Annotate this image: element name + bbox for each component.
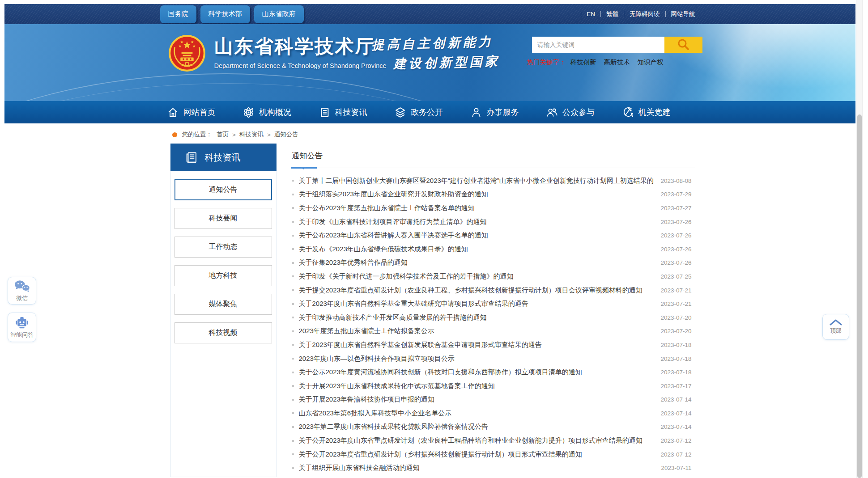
notice-date: 2023-07-18	[660, 342, 691, 348]
notice-row[interactable]: 关于2023年度山东省自然科学基金重大基础研究申请项目形式审查结果的通告 202…	[291, 297, 695, 311]
notice-title[interactable]: 关于提交2023年度省重点研发计划（农业良种工程、乡村振兴科技创新提振行动计划）…	[299, 286, 655, 295]
notice-row[interactable]: 2023年度山东—以色列科技合作项目拟立项项目公示 2023-07-18	[291, 352, 695, 366]
hot-keyword-innovation[interactable]: 科技创新	[570, 58, 596, 67]
notice-row[interactable]: 关于提交2023年度省重点研发计划（农业良种工程、乡村振兴科技创新提振行动计划）…	[291, 283, 695, 297]
sidebar-menu-item[interactable]: 通知公告	[174, 179, 272, 200]
nav-item-services[interactable]: 办事服务	[470, 106, 519, 118]
notice-row[interactable]: 2023年第二季度山东省科技成果转化贷款风险补偿备案情况公告 2023-07-1…	[291, 420, 695, 434]
slogan-line-2: 建设创新型国家	[393, 53, 500, 72]
nav-item-home[interactable]: 网站首页	[167, 106, 216, 118]
sidebar-menu-item[interactable]: 科技视频	[174, 322, 272, 343]
notice-title[interactable]: 关于公开2023年度省重点研发计划（乡村振兴科技创新提振行动计划）项目形式审查结…	[299, 450, 655, 459]
notice-title[interactable]: 关于组织开展山东省科技金融活动的通知	[299, 464, 655, 472]
notice-title[interactable]: 关于印发《关于新时代进一步加强科学技术普及工作的若干措施》的通知	[299, 272, 655, 281]
notice-title[interactable]: 关于公示2023年度黄河流域协同科技创新（科技对口支援和东西部协作）拟立项项目清…	[299, 368, 655, 376]
sidebar-menu-item[interactable]: 地方科技	[174, 265, 272, 286]
notice-row[interactable]: 关于公布2023年度第五批山东省院士工作站备案名单的通知 2023-07-27	[291, 201, 695, 215]
link-english[interactable]: EN	[587, 11, 595, 17]
notice-row[interactable]: 关于组织开展山东省科技金融活动的通知 2023-07-11	[291, 461, 695, 475]
notice-title[interactable]: 关于征集2023年优秀科普作品的通知	[299, 258, 655, 267]
back-to-top-button[interactable]: 顶部	[822, 314, 849, 340]
link-accessibility[interactable]: 无障碍阅读	[630, 10, 660, 18]
bullet-icon	[292, 412, 294, 414]
link-traditional-chinese[interactable]: 繁體	[606, 10, 618, 18]
notice-title[interactable]: 2023年度第五批山东省院士工作站拟备案公示	[299, 327, 655, 335]
sidebar-header: 科技资讯	[170, 144, 277, 171]
notice-row[interactable]: 关于印发推动高新技术产业开发区高质量发展的若干措施的通知 2023-07-20	[291, 311, 695, 325]
notice-row[interactable]: 关于发布《2023年山东省绿色低碳技术成果目录》的通知 2023-07-26	[291, 242, 695, 256]
bullet-icon	[292, 467, 294, 469]
notice-row[interactable]: 关于征集2023年优秀科普作品的通知 2023-07-26	[291, 256, 695, 270]
nav-item-party[interactable]: 机关党建	[622, 106, 671, 118]
notice-title[interactable]: 关于第十二届中国创新创业大赛山东赛区暨2023年“建行创业者港湾”山东省中小微企…	[299, 177, 655, 185]
notice-row[interactable]: 2023年度第五批山东省院士工作站拟备案公示 2023-07-20	[291, 325, 695, 338]
back-to-top-label: 顶部	[830, 327, 842, 335]
notice-row[interactable]: 山东省2023年第6批拟入库科技型中小企业名单公示 2023-07-14	[291, 406, 695, 420]
notice-row[interactable]: 关于开展2023年鲁渝科技协作项目申报的通知 2023-07-14	[291, 393, 695, 407]
hot-keyword-ip[interactable]: 知识产权	[638, 58, 664, 67]
search-button[interactable]	[664, 37, 702, 53]
bullet-icon	[292, 399, 294, 401]
national-emblem-icon	[169, 35, 205, 72]
gov-site-button-shandong-gov[interactable]: 山东省政府	[254, 5, 304, 23]
breadcrumb-separator: >	[267, 131, 271, 138]
smart-qa-float-button[interactable]: 智能问答	[8, 313, 36, 342]
search-input[interactable]	[532, 37, 664, 53]
scrollbar-thumb[interactable]	[857, 114, 862, 478]
notice-title[interactable]: 关于印发推动高新技术产业开发区高质量发展的若干措施的通知	[299, 313, 655, 322]
notice-list: 关于第十二届中国创新创业大赛山东赛区暨2023年“建行创业者港湾”山东省中小微企…	[291, 174, 695, 475]
notice-row[interactable]: 关于公开2023年度省重点研发计划（乡村振兴科技创新提振行动计划）项目形式审查结…	[291, 448, 695, 461]
notice-date: 2023-07-26	[660, 219, 691, 225]
notice-title[interactable]: 关于公开2023年度山东省重点研发计划（农业良种工程品种培育和种业企业创新能力提…	[299, 436, 655, 445]
sidebar-menu-item-label: 地方科技	[209, 271, 238, 280]
notice-title[interactable]: 关于2023年度山东省自然科学基金创新发展联合基金申请项目形式审查结果的通告	[299, 341, 655, 349]
nav-item-news[interactable]: 科技资讯	[319, 106, 367, 118]
gov-site-button-state-council[interactable]: 国务院	[160, 5, 196, 23]
notice-title[interactable]: 关于公布2023年度第五批山东省院士工作站备案名单的通知	[299, 204, 655, 212]
notice-date: 2023-07-26	[660, 246, 691, 253]
notice-title[interactable]: 山东省2023年第6批拟入库科技型中小企业名单公示	[299, 409, 655, 418]
nav-item-gov-affairs[interactable]: 政务公开	[394, 106, 443, 118]
scrollbar-track[interactable]	[856, 0, 863, 478]
divider	[581, 11, 581, 17]
notice-date: 2023-07-18	[660, 369, 691, 376]
notice-title[interactable]: 关于开展2023年鲁渝科技协作项目申报的通知	[299, 395, 655, 404]
notice-title[interactable]: 关于开展2023年山东省科技成果转化中试示范基地备案工作的通知	[299, 382, 655, 390]
gov-site-button-most[interactable]: 科学技术部	[200, 5, 250, 23]
notice-title[interactable]: 关于组织落实2023年度山东省企业研究开发财政补助资金的通知	[299, 190, 655, 199]
divider	[665, 11, 666, 17]
breadcrumb-news[interactable]: 科技资讯	[239, 131, 264, 139]
notice-row[interactable]: 关于第十二届中国创新创业大赛山东赛区暨2023年“建行创业者港湾”山东省中小微企…	[291, 174, 695, 188]
notice-date: 2023-07-20	[660, 328, 691, 334]
sidebar-menu-item[interactable]: 工作动态	[174, 237, 272, 258]
header-banner: 山东省科学技术厅 Department of Science & Technol…	[4, 24, 855, 101]
notice-title[interactable]: 2023年第二季度山东省科技成果转化贷款风险补偿备案情况公告	[299, 423, 655, 431]
notice-row[interactable]: 关于2023年度山东省自然科学基金创新发展联合基金申请项目形式审查结果的通告 2…	[291, 338, 695, 352]
notice-title[interactable]: 关于2023年度山东省自然科学基金重大基础研究申请项目形式审查结果的通告	[299, 300, 655, 308]
tab-notices[interactable]: 通知公告	[292, 151, 323, 160]
sidebar-menu-item[interactable]: 媒体聚焦	[174, 294, 272, 315]
nav-label: 机关党建	[638, 107, 671, 118]
page: 国务院 科学技术部 山东省政府 EN 繁體 无障碍阅读 网站导航	[4, 4, 855, 477]
breadcrumb-current[interactable]: 通知公告	[274, 131, 298, 139]
notice-row[interactable]: 关于公示2023年度黄河流域协同科技创新（科技对口支援和东西部协作）拟立项项目清…	[291, 365, 695, 379]
notice-row[interactable]: 关于公开2023年度山东省重点研发计划（农业良种工程品种培育和种业企业创新能力提…	[291, 434, 695, 448]
site-logo[interactable]: 山东省科学技术厅 Department of Science & Technol…	[169, 35, 387, 72]
search-bar	[532, 37, 702, 53]
notice-row[interactable]: 关于印发《关于新时代进一步加强科学技术普及工作的若干措施》的通知 2023-07…	[291, 270, 695, 283]
notice-title[interactable]: 关于印发《山东省科技计划项目评审请托行为禁止清单》的通知	[299, 218, 655, 226]
sidebar-menu-item[interactable]: 科技要闻	[174, 208, 272, 229]
nav-item-about[interactable]: 机构概况	[243, 106, 291, 118]
notice-row[interactable]: 关于组织落实2023年度山东省企业研究开发财政补助资金的通知 2023-07-2…	[291, 188, 695, 202]
notice-row[interactable]: 关于开展2023年山东省科技成果转化中试示范基地备案工作的通知 2023-07-…	[291, 379, 695, 393]
notice-title[interactable]: 2023年度山东—以色列科技合作项目拟立项项目公示	[299, 355, 655, 363]
link-sitemap[interactable]: 网站导航	[671, 10, 695, 18]
notice-row[interactable]: 关于公布2023年山东省科普讲解大赛入围半决赛选手名单的通知 2023-07-2…	[291, 228, 695, 242]
notice-row[interactable]: 关于印发《山东省科技计划项目评审请托行为禁止清单》的通知 2023-07-26	[291, 215, 695, 229]
notice-title[interactable]: 关于发布《2023年山东省绿色低碳技术成果目录》的通知	[299, 245, 655, 254]
breadcrumb-home[interactable]: 首页	[217, 131, 229, 139]
notice-title[interactable]: 关于公布2023年山东省科普讲解大赛入围半决赛选手名单的通知	[299, 231, 655, 240]
hot-keyword-hightech[interactable]: 高新技术	[604, 58, 630, 67]
nav-item-participation[interactable]: 公众参与	[546, 106, 595, 118]
wechat-float-button[interactable]: 微信	[8, 277, 36, 305]
